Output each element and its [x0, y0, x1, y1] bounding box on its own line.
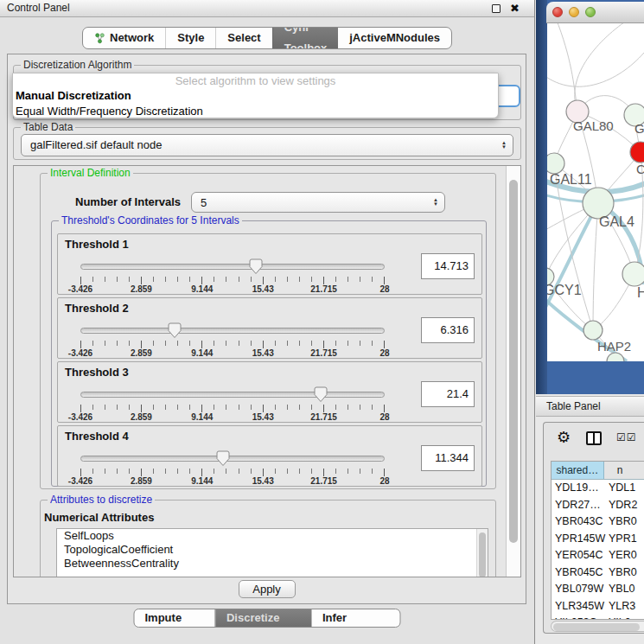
- threshold-3-slider[interactable]: -3.426 2.859 9.144 15.43 21.715 28: [80, 386, 385, 418]
- node-label-gcy1: GCY1: [547, 283, 582, 297]
- tab-network-label: Network: [110, 28, 154, 48]
- slider-thumb[interactable]: [314, 386, 328, 403]
- apply-button[interactable]: Apply: [239, 580, 296, 598]
- numerical-attributes-list: SelfLoops TopologicalCoefficient Between…: [56, 528, 488, 577]
- table-data-combobox[interactable]: galFiltered.sif default node ▲▼: [21, 134, 513, 156]
- list-item-betweennesscentrality[interactable]: BetweennessCentrality: [57, 557, 488, 571]
- table-row[interactable]: YLR345WYLR3: [552, 598, 644, 615]
- table-horizontal-scrollbar[interactable]: [551, 621, 644, 632]
- combobox-stepper-icon: ▲▼: [501, 141, 507, 150]
- threshold-3-value-field[interactable]: 21.4: [421, 381, 475, 407]
- slider-track[interactable]: [80, 392, 385, 398]
- tab-cyni-toolbox[interactable]: Cyni Toolbox: [272, 28, 339, 48]
- threshold-1-slider[interactable]: -3.426 2.859 9.144 15.43 21.715 28: [80, 258, 385, 290]
- node-label-hap2: HAP2: [597, 339, 631, 354]
- table-row[interactable]: YIL053CYIL0: [552, 615, 644, 620]
- top-tabbar: Network Style Select Cyni Toolbox jActiv…: [82, 27, 452, 49]
- table-hscrollbar-thumb[interactable]: [553, 623, 640, 631]
- network-node-hap2[interactable]: [583, 321, 603, 340]
- interval-definition-group: Interval Definition Number of Intervals …: [40, 173, 496, 489]
- control-panel-title: Control Panel: [7, 0, 70, 16]
- dropdown-option-equal-width[interactable]: Equal Width/Frequency Discretization: [13, 104, 498, 119]
- tab-network[interactable]: Network: [83, 28, 165, 48]
- network-node-bottom-partial[interactable]: [607, 353, 624, 361]
- table-data-group: Table Data galFiltered.sif default node …: [13, 127, 521, 160]
- settings-scrollpane: Interval Definition Number of Intervals …: [13, 165, 521, 577]
- settings-scrollbar-thumb[interactable]: [509, 180, 518, 543]
- network-window-frame: [536, 0, 547, 394]
- table-panel-body: ⚙ ☑☑ shared… n YDL19…YDL1 YDR27…YDR2 YBR…: [543, 422, 644, 634]
- thresholds-coordinates-group: Threshold's Coordinates for 5 Intervals …: [51, 220, 487, 487]
- list-scrollbar[interactable]: [476, 529, 488, 577]
- table-row[interactable]: YBL079WYBL0: [552, 581, 644, 598]
- slider-track[interactable]: [80, 264, 385, 270]
- network-canvas[interactable]: GAL80 GA C GAL11 GAL4 GCY1 H HAP2: [547, 23, 644, 361]
- discretization-algorithm-label: Discretization Algorithm: [21, 59, 134, 71]
- table-row[interactable]: YER054CYER0: [552, 547, 644, 564]
- table-panel-title: Table Panel: [546, 397, 601, 417]
- threshold-1-panel: Threshold 1 -3.426 2.859: [57, 233, 482, 295]
- table-row[interactable]: YDL19…YDL1: [552, 480, 644, 497]
- slider-major-ticks: [80, 469, 385, 476]
- slider-track[interactable]: [80, 456, 385, 462]
- interval-definition-label: Interval Definition: [48, 167, 133, 179]
- slider-tick-labels: -3.426 2.859 9.144 15.43 21.715 28: [80, 476, 385, 487]
- table-row[interactable]: YBR043CYBR0: [552, 513, 644, 531]
- node-label-gal4: GAL4: [599, 214, 634, 229]
- threshold-4-slider[interactable]: -3.426 2.859 9.144 15.43 21.715 28: [80, 450, 385, 481]
- close-icon[interactable]: ✖: [510, 0, 520, 16]
- right-region: GAL80 GA C GAL11 GAL4 GCY1 H HAP2 Table …: [536, 0, 644, 644]
- network-node-gal11[interactable]: [547, 153, 564, 174]
- dropdown-option-manual[interactable]: Manual Discretization: [13, 88, 498, 104]
- table-header-row: shared… n: [552, 462, 644, 480]
- numerical-attributes-heading: Numerical Attributes: [44, 511, 154, 524]
- list-item-selfloops[interactable]: SelfLoops: [57, 529, 488, 543]
- tab-discretize-data[interactable]: Discretize Data: [215, 609, 312, 627]
- threshold-2-slider[interactable]: -3.426 2.859 9.144 15.43 21.715 28: [80, 322, 385, 354]
- gear-icon[interactable]: ⚙: [557, 428, 571, 447]
- attributes-to-discretize-group: Attributes to discretize Numerical Attri…: [40, 500, 496, 577]
- slider-track[interactable]: [80, 328, 385, 334]
- dropdown-placeholder-item[interactable]: Select algorithm to view settings: [13, 73, 498, 88]
- column-header-name[interactable]: n: [604, 462, 644, 479]
- select-columns-icon[interactable]: ☑☑: [616, 431, 637, 443]
- minimize-traffic-light-icon[interactable]: [569, 7, 579, 17]
- table-panel-toolbar: ⚙ ☑☑: [544, 426, 644, 452]
- threshold-2-panel: Threshold 2 -3.426 2.859: [57, 297, 482, 359]
- tab-impute-data[interactable]: Impute Data: [135, 609, 215, 627]
- threshold-2-title: Threshold 2: [65, 302, 129, 315]
- settings-vertical-scrollbar[interactable]: [506, 166, 520, 577]
- table-row[interactable]: YBR045CYBR0: [552, 564, 644, 582]
- threshold-4-value-field[interactable]: 11.344: [421, 445, 475, 471]
- tab-infer-network[interactable]: Infer Network: [312, 609, 400, 627]
- split-columns-icon[interactable]: [586, 431, 602, 445]
- zoom-traffic-light-icon[interactable]: [585, 7, 596, 17]
- tab-select[interactable]: Select: [215, 28, 271, 48]
- tab-style[interactable]: Style: [165, 28, 215, 48]
- node-table: shared… n YDL19…YDL1 YDR27…YDR2 YBR043CY…: [551, 461, 644, 620]
- close-traffic-light-icon[interactable]: [552, 7, 563, 17]
- list-scrollbar-thumb[interactable]: [479, 532, 486, 577]
- threshold-2-value-field[interactable]: 6.316: [421, 317, 475, 343]
- number-of-intervals-combobox[interactable]: 5 ▲▼: [191, 192, 445, 213]
- network-node-h[interactable]: [622, 262, 644, 286]
- algorithm-dropdown-popup: Select algorithm to view settings Manual…: [12, 73, 499, 118]
- table-row[interactable]: YPR145WYPR1: [552, 531, 644, 548]
- list-item-topologicalcoefficient[interactable]: TopologicalCoefficient: [57, 543, 488, 557]
- node-label-gal80: GAL80: [573, 118, 614, 133]
- slider-thumb[interactable]: [216, 450, 231, 467]
- network-node-red[interactable]: [630, 142, 644, 163]
- number-of-intervals-label: Number of Intervals: [75, 195, 181, 208]
- node-label-gal11: GAL11: [550, 172, 592, 187]
- slider-tick-labels: -3.426 2.859 9.144 15.43 21.715 28: [80, 284, 385, 295]
- threshold-1-value-field[interactable]: 14.713: [421, 253, 475, 279]
- float-window-icon[interactable]: [492, 4, 501, 13]
- tab-jactivemnodules[interactable]: jActiveMNodules: [338, 28, 451, 48]
- screen: Control Panel ✖ Network Style Select: [0, 0, 644, 644]
- slider-thumb[interactable]: [249, 258, 264, 275]
- tab-style-label: Style: [177, 28, 204, 48]
- slider-thumb[interactable]: [168, 322, 182, 339]
- table-row[interactable]: YDR27…YDR2: [552, 497, 644, 514]
- column-header-shared[interactable]: shared…: [552, 462, 604, 479]
- network-tab-icon: [94, 33, 105, 44]
